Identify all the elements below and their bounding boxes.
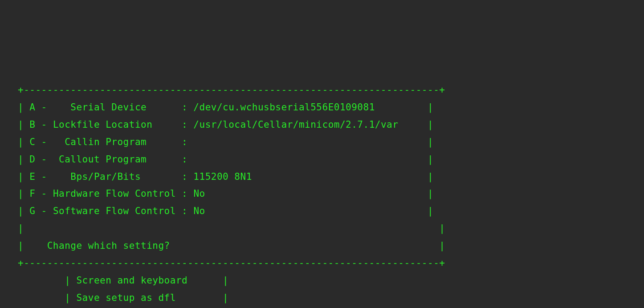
setting-key-D[interactable]: D [29, 154, 35, 165]
change-setting-prompt[interactable]: Change which setting? [47, 240, 170, 251]
menu-item-0[interactable]: Screen and keyboard [76, 275, 187, 286]
setting-value-A: /dev/cu.wchusbserial556E0109081 [193, 102, 375, 113]
setting-key-E[interactable]: E [29, 171, 35, 182]
menu-row-0: | Screen and keyboard | [18, 272, 626, 289]
setting-label-A: Serial Device [70, 102, 147, 113]
setting-row-G: | G - Software Flow Control : No | [18, 203, 626, 220]
setting-label-C: Callin Program [65, 137, 147, 147]
setting-row-B: | B - Lockfile Location : /usr/local/Cel… [18, 116, 626, 134]
setting-row-D: | D - Callout Program : | [18, 151, 626, 168]
menu-item-1[interactable]: Save setup as dfl [76, 292, 175, 303]
setting-label-F: Hardware Flow Control [53, 188, 176, 199]
setting-value-F: No [193, 188, 205, 199]
menu-row-2: | Save setup as.. | [18, 306, 626, 308]
setting-label-D: Callout Program [59, 154, 147, 165]
serial-box-border-top: +---------------------------------------… [18, 85, 445, 95]
setting-label-G: Software Flow Control [53, 206, 176, 216]
setting-key-F[interactable]: F [29, 188, 35, 199]
menu-row-1: | Save setup as dfl | [18, 289, 626, 307]
setting-value-G: No [193, 206, 205, 216]
prompt-row: | Change which setting? | [18, 237, 626, 255]
setting-value-E: 115200 8N1 [193, 171, 252, 182]
setting-value-B: /usr/local/Cellar/minicom/2.7.1/var [193, 119, 398, 130]
setting-label-E: Bps/Par/Bits [70, 171, 141, 182]
setting-key-B[interactable]: B [29, 119, 35, 130]
setting-row-A: | A - Serial Device : /dev/cu.wchusbseri… [18, 99, 626, 116]
setting-key-G[interactable]: G [29, 206, 35, 216]
serial-box-border-bottom: +---------------------------------------… [18, 258, 445, 268]
setting-row-F: | F - Hardware Flow Control : No | [18, 185, 626, 203]
setting-row-C: | C - Callin Program : | [18, 134, 626, 151]
setting-key-A[interactable]: A [29, 102, 35, 113]
setting-key-C[interactable]: C [29, 137, 35, 147]
setting-row-E: | E - Bps/Par/Bits : 115200 8N1 | [18, 168, 626, 186]
serial-box-blank-row: | | [18, 223, 445, 234]
setting-label-B: Lockfile Location [53, 119, 152, 130]
